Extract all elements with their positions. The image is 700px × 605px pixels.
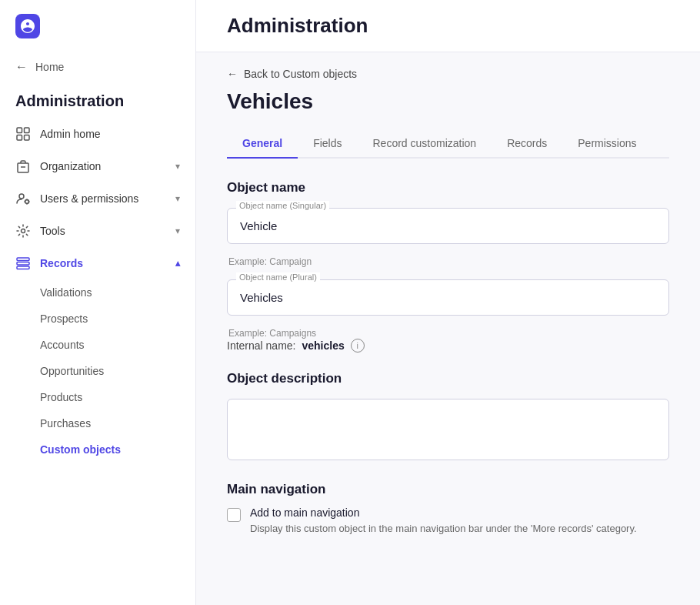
- home-nav[interactable]: ← Home: [0, 52, 195, 82]
- sidebar-item-users-permissions[interactable]: Users & permissions ▾: [0, 182, 195, 215]
- users-permissions-label: Users & permissions: [40, 192, 138, 205]
- svg-rect-10: [17, 258, 29, 261]
- internal-name-label: Internal name:: [227, 339, 296, 352]
- plural-label: Object name (Plural): [236, 272, 320, 282]
- plural-input[interactable]: [227, 279, 669, 316]
- main-navigation-section: Main navigation Add to main navigation D…: [227, 482, 669, 536]
- subnav-purchases[interactable]: Purchases: [40, 410, 195, 436]
- plural-name-field: Object name (Plural): [227, 279, 669, 316]
- object-name-section-title: Object name: [227, 180, 669, 196]
- chevron-down-icon: ▾: [175, 161, 180, 172]
- internal-name-row: Internal name: vehicles i: [227, 339, 669, 353]
- chevron-up-icon: ▴: [175, 258, 180, 269]
- singular-input[interactable]: [227, 208, 669, 244]
- list-icon: [15, 256, 31, 271]
- grid-icon: [15, 126, 31, 142]
- singular-example: Example: Campaign: [227, 256, 669, 267]
- subnav-prospects[interactable]: Prospects: [40, 306, 195, 332]
- subnav-accounts[interactable]: Accounts: [40, 332, 195, 358]
- singular-label: Object name (Singular): [236, 201, 329, 210]
- svg-point-9: [22, 229, 25, 233]
- sidebar-item-admin-home[interactable]: Admin home: [0, 118, 195, 150]
- tools-label: Tools: [40, 225, 65, 237]
- main-navigation-section-title: Main navigation: [227, 482, 669, 497]
- info-icon[interactable]: i: [351, 339, 365, 353]
- internal-name-value: vehicles: [302, 339, 345, 352]
- arrow-left-icon: ←: [15, 60, 28, 74]
- page-title: Vehicles: [227, 89, 669, 114]
- main-content: ← Back to Custom objects Vehicles Genera…: [196, 52, 700, 605]
- subnav-products[interactable]: Products: [40, 384, 195, 410]
- add-to-nav-label-group: Add to main navigation Display this cust…: [250, 506, 637, 536]
- svg-point-7: [19, 194, 24, 199]
- building-icon: [15, 159, 31, 174]
- subnav-validations[interactable]: Validations: [40, 279, 195, 306]
- svg-rect-2: [25, 128, 30, 133]
- back-label: Back to Custom objects: [244, 68, 357, 80]
- description-textarea[interactable]: [227, 399, 669, 460]
- user-gear-icon: [15, 191, 31, 206]
- add-to-nav-row: Add to main navigation Display this cust…: [227, 506, 669, 536]
- svg-rect-12: [17, 266, 29, 269]
- add-to-nav-desc: Display this custom object in the main n…: [250, 522, 637, 536]
- svg-rect-3: [17, 135, 22, 141]
- tab-fields[interactable]: Fields: [298, 129, 357, 159]
- subnav-opportunities[interactable]: Opportunities: [40, 358, 195, 384]
- sidebar-item-tools[interactable]: Tools ▾: [0, 215, 195, 247]
- plural-example: Example: Campaigns: [227, 328, 669, 339]
- object-description-section-title: Object description: [227, 371, 669, 386]
- add-to-nav-checkbox[interactable]: [227, 508, 241, 522]
- tab-permissions[interactable]: Permissions: [562, 129, 652, 159]
- chevron-down-icon-3: ▾: [175, 226, 180, 236]
- sidebar-section-title: Administration: [0, 82, 195, 118]
- main-header: Administration: [196, 0, 700, 52]
- back-link[interactable]: ← Back to Custom objects: [227, 52, 669, 89]
- sidebar-item-organization[interactable]: Organization ▾: [0, 150, 195, 182]
- sidebar-item-records[interactable]: Records ▴: [0, 247, 195, 279]
- subnav-custom-objects[interactable]: Custom objects: [40, 436, 195, 463]
- svg-rect-4: [25, 135, 30, 141]
- chevron-down-icon-2: ▾: [175, 193, 180, 204]
- back-arrow-icon: ←: [227, 68, 238, 80]
- organization-label: Organization: [40, 160, 101, 172]
- tab-record-customization[interactable]: Record customization: [358, 129, 492, 159]
- app-title: Administration: [227, 14, 669, 38]
- svg-rect-1: [17, 128, 22, 133]
- svg-rect-5: [18, 163, 28, 172]
- tabs: General Fields Record customization Reco…: [227, 129, 669, 159]
- logo: [0, 0, 195, 52]
- gear-icon: [15, 223, 31, 239]
- records-label: Records: [40, 257, 83, 269]
- tab-records[interactable]: Records: [492, 129, 562, 159]
- singular-name-field: Object name (Singular): [227, 208, 669, 244]
- tab-general[interactable]: General: [227, 129, 298, 159]
- main-area: Administration ← Back to Custom objects …: [196, 0, 700, 605]
- home-label: Home: [35, 61, 64, 73]
- admin-home-label: Admin home: [40, 128, 101, 140]
- add-to-nav-label: Add to main navigation: [250, 506, 637, 519]
- records-subnav: Validations Prospects Accounts Opportuni…: [0, 279, 195, 463]
- sidebar: ← Home Administration Admin home Organiz…: [0, 0, 196, 605]
- svg-rect-11: [17, 262, 29, 266]
